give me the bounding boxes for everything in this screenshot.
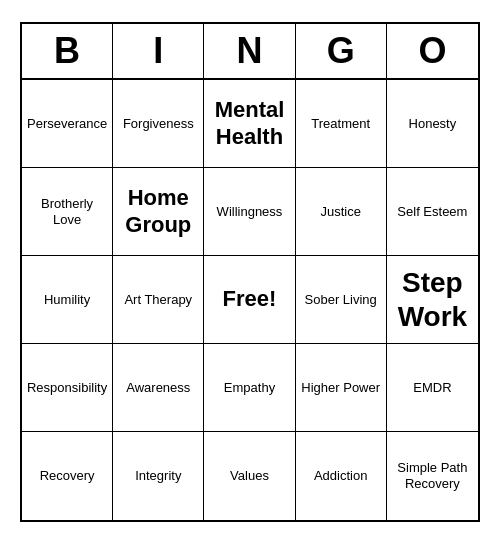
bingo-cell: Addiction	[296, 432, 387, 520]
bingo-cell: Mental Health	[204, 80, 295, 168]
bingo-cell: Forgiveness	[113, 80, 204, 168]
bingo-cell: Art Therapy	[113, 256, 204, 344]
bingo-cell: Simple Path Recovery	[387, 432, 478, 520]
bingo-cell: Values	[204, 432, 295, 520]
bingo-cell: Treatment	[296, 80, 387, 168]
bingo-cell: Perseverance	[22, 80, 113, 168]
bingo-cell: EMDR	[387, 344, 478, 432]
bingo-cell: Free!	[204, 256, 295, 344]
bingo-header: BINGO	[22, 24, 478, 80]
header-letter: G	[296, 24, 387, 78]
bingo-cell: Home Group	[113, 168, 204, 256]
bingo-cell: Sober Living	[296, 256, 387, 344]
bingo-cell: Brotherly Love	[22, 168, 113, 256]
bingo-cell: Self Esteem	[387, 168, 478, 256]
bingo-cell: Willingness	[204, 168, 295, 256]
bingo-grid: PerseveranceForgivenessMental HealthTrea…	[22, 80, 478, 520]
header-letter: O	[387, 24, 478, 78]
bingo-cell: Recovery	[22, 432, 113, 520]
header-letter: N	[204, 24, 295, 78]
bingo-cell: Honesty	[387, 80, 478, 168]
bingo-cell: Integrity	[113, 432, 204, 520]
bingo-cell: Empathy	[204, 344, 295, 432]
header-letter: I	[113, 24, 204, 78]
bingo-card: BINGO PerseveranceForgivenessMental Heal…	[20, 22, 480, 522]
bingo-cell: Justice	[296, 168, 387, 256]
bingo-cell: Humility	[22, 256, 113, 344]
bingo-cell: Responsibility	[22, 344, 113, 432]
header-letter: B	[22, 24, 113, 78]
bingo-cell: Higher Power	[296, 344, 387, 432]
bingo-cell: Step Work	[387, 256, 478, 344]
bingo-cell: Awareness	[113, 344, 204, 432]
